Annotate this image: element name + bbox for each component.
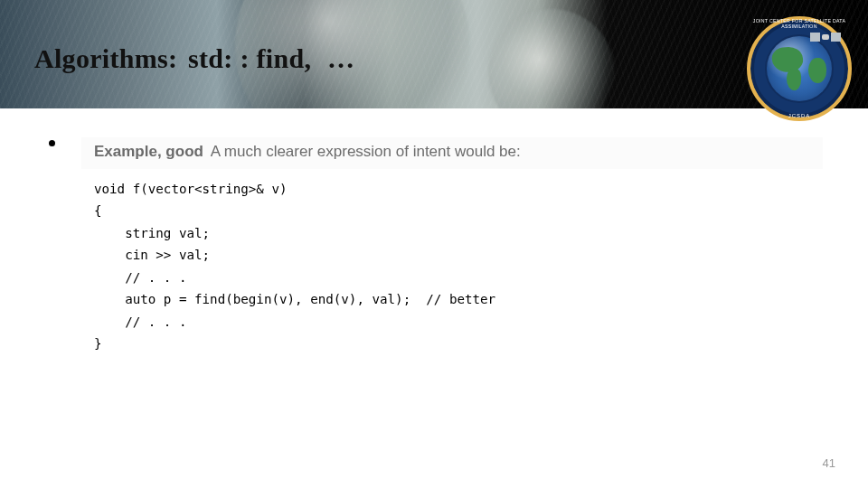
title-lead: Algorithms: [34,43,177,73]
title-mid: std: : find, [184,43,315,73]
logo-top-text: JOINT CENTER FOR SATELLITE DATA ASSIMILA… [747,18,852,29]
example-caption: A much clearer expression of intent woul… [211,143,521,160]
satellite-body [822,34,829,40]
hurricane-swirl-small [488,9,615,108]
example-block: Example, good A much clearer expression … [81,137,823,367]
logo-bottom-text: JCSDA [747,113,852,118]
satellite-icon [810,29,841,45]
code-area: void f(vector<string>& v) { string val; … [81,169,823,367]
satellite-panel [810,33,820,42]
example-label: Example, good [94,143,203,160]
jcsda-logo: JOINT CENTER FOR SATELLITE DATA ASSIMILA… [747,16,852,121]
code-snippet: void f(vector<string>& v) { string val; … [94,178,810,354]
landmass [808,58,826,83]
title-tail: … [322,43,356,73]
landmass [787,69,801,90]
satellite-panel [831,33,841,42]
globe-icon [767,36,832,101]
slide: Algorithms: std: : find, … JOINT CENTER … [0,0,868,488]
slide-title: Algorithms: std: : find, … [34,43,356,74]
example-header: Example, good A much clearer expression … [81,137,823,169]
bullet-icon [49,140,55,146]
page-number: 41 [823,456,835,470]
